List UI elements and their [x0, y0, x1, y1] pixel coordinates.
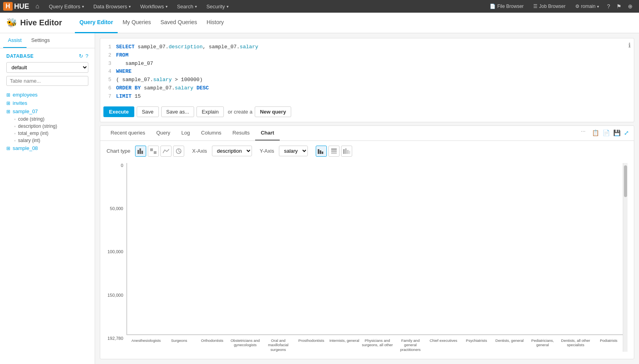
tab-results[interactable]: Results — [227, 126, 255, 140]
x-label: Obstetricians and gynecologists — [229, 337, 261, 352]
dots-menu[interactable]: ... — [581, 127, 586, 133]
chart-type-label: Chart type — [107, 148, 130, 154]
grouped-bar-icon[interactable] — [316, 146, 327, 157]
grid-icon[interactable]: ⊕ — [628, 3, 633, 9]
expand-icon[interactable]: ⤢ — [624, 129, 629, 136]
code-line-7: 7 LIMIT 15 — [103, 93, 631, 101]
tab-saved-queries[interactable]: Saved Queries — [156, 13, 202, 33]
save-results-icon[interactable]: 💾 — [613, 129, 621, 136]
table-search-input[interactable] — [6, 76, 88, 86]
sidebar-tab-assist[interactable]: Assist — [3, 33, 27, 48]
hive-icon: 🐝 — [6, 18, 17, 28]
x-label: Psychiatrists — [461, 337, 492, 352]
nav-job-browser[interactable]: ☰ Job Browser — [528, 0, 570, 13]
flag-icon[interactable]: ⚑ — [616, 3, 622, 9]
nav-item-search[interactable]: Search ▾ — [172, 0, 202, 13]
x-axis-label: X-Axis — [192, 148, 207, 154]
line-chart-icon[interactable] — [160, 146, 172, 157]
x-label: Dentists, all other specialists — [560, 337, 591, 352]
nav-item-workflows[interactable]: Workflows ▾ — [135, 0, 172, 13]
editor-title: 🐝 Hive Editor — [6, 18, 62, 28]
db-table-invites[interactable]: ⊞ invites ≡ — [6, 99, 88, 107]
chevron-down-icon: ▾ — [166, 4, 168, 9]
file-icon: 📄 — [490, 4, 496, 9]
tab-my-queries[interactable]: My Queries — [118, 13, 156, 33]
db-column-code: ▫ code (string) — [6, 116, 88, 123]
svg-rect-8 — [318, 149, 319, 154]
tab-columns[interactable]: Columns — [196, 126, 227, 140]
save-as-button[interactable]: Save as... — [161, 106, 195, 117]
nav-file-browser[interactable]: 📄 File Browser — [485, 0, 528, 13]
y-axis-label: Y-Axis — [260, 148, 274, 154]
nav-user[interactable]: ⚙ romain ▾ — [570, 0, 604, 13]
home-icon[interactable]: ⌂ — [36, 3, 40, 10]
nav-item-security[interactable]: Security ▾ — [202, 0, 233, 13]
list-icon[interactable]: ≡ — [86, 109, 88, 114]
list-icon[interactable]: ≡ — [86, 92, 88, 98]
x-axis-select[interactable]: description — [212, 146, 252, 156]
chart-type-icons — [135, 146, 184, 157]
code-editor[interactable]: 1 SELECT sample_07.description, sample_0… — [103, 42, 631, 102]
db-table-sample07[interactable]: ⊞ sample_07 👁 ≡ — [6, 107, 88, 116]
x-label: Physicians and surgeons, all other — [362, 337, 393, 352]
list-icon[interactable]: ≡ — [86, 100, 88, 106]
sidebar-content: DATABASE ↻ ? default ⊞ employees ≡ ⊞ — [0, 48, 95, 364]
refresh-icon[interactable]: ↻ — [79, 53, 83, 59]
code-line-5: 5 ( sample_07.salary > 100000) — [103, 76, 631, 84]
tab-log[interactable]: Log — [176, 126, 196, 140]
stacked-bar-icon[interactable] — [328, 146, 340, 157]
tab-query[interactable]: Query — [151, 126, 175, 140]
scatter-chart-icon[interactable] — [148, 146, 159, 157]
x-label: Family and general practitioners — [395, 337, 426, 352]
tab-chart[interactable]: Chart — [255, 126, 280, 140]
list-icon[interactable]: ≡ — [86, 146, 88, 151]
db-column-salary: ▫ salary (int) — [6, 137, 88, 144]
db-table-sample08[interactable]: ⊞ sample_08 ≡ — [6, 144, 88, 152]
code-line-2: 2 FROM — [103, 51, 631, 60]
svg-rect-17 — [349, 151, 350, 154]
new-query-button[interactable]: New query — [255, 106, 291, 117]
eye-icon[interactable]: 👁 — [79, 109, 84, 114]
logo[interactable]: H HUE — [3, 2, 29, 11]
tab-history[interactable]: History — [202, 13, 229, 33]
x-label: Pediatricians, general — [527, 337, 558, 352]
code-line-6: 6 ORDER BY sample_07.salary DESC — [103, 84, 631, 93]
db-table-employees[interactable]: ⊞ employees ≡ — [6, 91, 88, 99]
svg-rect-11 — [331, 148, 337, 150]
help-db-icon[interactable]: ? — [86, 53, 88, 59]
copy-icon[interactable]: 📋 — [592, 129, 599, 136]
x-label: Oral and maxillofacial surgeons — [263, 337, 294, 352]
top-nav: H HUE ⌂ Query Editors ▾ Data Browsers ▾ … — [0, 0, 639, 13]
download-icon[interactable]: 📄 — [603, 129, 610, 136]
bars-area — [126, 163, 628, 335]
chevron-down-icon: ▾ — [82, 4, 84, 9]
db-select[interactable]: default — [6, 62, 88, 73]
svg-rect-4 — [154, 151, 156, 154]
help-icon[interactable]: ? — [607, 3, 610, 9]
scroll-bar[interactable] — [623, 163, 628, 352]
tab-recent-queries[interactable]: Recent queries — [105, 126, 151, 140]
table-icon: ⊞ — [6, 92, 10, 98]
execute-button[interactable]: Execute — [103, 106, 134, 117]
chart-controls: Chart type — [107, 146, 628, 157]
y-axis-select[interactable]: salary — [279, 146, 308, 156]
chevron-down-icon: ▾ — [227, 4, 229, 9]
bars-wrapper: AnesthesiologistsSurgeonsOrthodontistsOb… — [126, 163, 628, 352]
gear-icon: ⚙ — [575, 4, 580, 9]
nav-item-data-browsers[interactable]: Data Browsers ▾ — [89, 0, 135, 13]
column-icon: ▫ — [14, 131, 16, 136]
secondary-nav: 🐝 Hive Editor Query Editor My Queries Sa… — [0, 13, 639, 33]
sidebar-tab-settings[interactable]: Settings — [27, 33, 55, 48]
nav-item-query-editors[interactable]: Query Editors ▾ — [44, 0, 88, 13]
column-icon: ▫ — [14, 124, 16, 129]
tab-query-editor[interactable]: Query Editor — [75, 13, 118, 33]
pie-chart-icon[interactable] — [173, 146, 184, 157]
explain-button[interactable]: Explain — [196, 106, 224, 117]
help-icon[interactable]: ℹ — [628, 42, 631, 49]
percent-bar-icon[interactable] — [341, 146, 352, 157]
x-label: Surgeons — [163, 337, 195, 352]
bar-chart-icon[interactable] — [135, 146, 146, 157]
sidebar-tabs: Assist Settings — [0, 33, 95, 48]
save-button[interactable]: Save — [137, 106, 159, 117]
query-actions: Execute Save Save as... Explain or creat… — [103, 102, 631, 119]
